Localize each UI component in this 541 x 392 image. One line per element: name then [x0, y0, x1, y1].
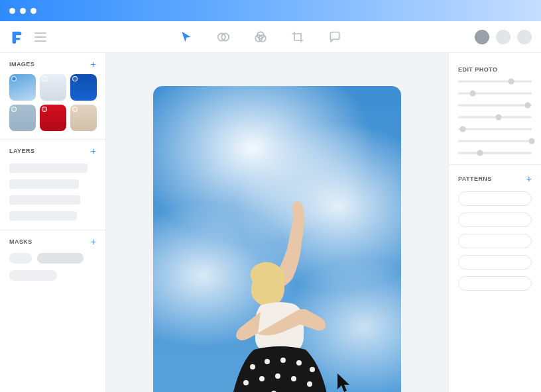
- svg-point-7: [265, 359, 270, 364]
- slider-handle[interactable]: [529, 138, 535, 144]
- slider-track: [458, 140, 532, 142]
- masks-title: MASKS: [9, 238, 32, 245]
- tool-icons-group: [46, 30, 475, 44]
- add-layer-button[interactable]: +: [91, 146, 96, 156]
- image-grid: [0, 74, 105, 139]
- slider-2[interactable]: [458, 91, 532, 95]
- slider-1[interactable]: [458, 79, 532, 83]
- add-pattern-button[interactable]: +: [526, 174, 532, 183]
- slider-handle[interactable]: [496, 115, 502, 121]
- thumb-2[interactable]: [40, 74, 66, 101]
- layer-item[interactable]: [9, 211, 77, 220]
- svg-point-12: [259, 376, 265, 381]
- main-photo[interactable]: [153, 86, 401, 392]
- slider-handle[interactable]: [525, 103, 531, 109]
- slider-track: [458, 152, 532, 154]
- svg-point-9: [296, 360, 302, 366]
- patterns-title: PATTERNS: [458, 175, 492, 182]
- layers-panel-head: LAYERS +: [0, 140, 105, 161]
- content-area: IMAGES + LAYERS +: [0, 53, 541, 392]
- thumb-6[interactable]: [70, 105, 97, 131]
- slider-6[interactable]: [458, 139, 532, 143]
- slider-track: [458, 93, 532, 95]
- select-indicator-icon: [72, 107, 78, 112]
- select-indicator-icon: [11, 76, 17, 81]
- window-dot-min[interactable]: [20, 8, 26, 14]
- slider-handle[interactable]: [470, 91, 476, 97]
- mask-item[interactable]: [9, 253, 32, 264]
- masks-panel-head: MASKS +: [0, 230, 105, 252]
- pattern-slot[interactable]: [458, 255, 532, 270]
- photo-subject: [194, 196, 360, 392]
- select-indicator-icon: [72, 76, 78, 81]
- layer-item[interactable]: [9, 179, 79, 189]
- slider-track: [458, 81, 532, 83]
- title-bar: [0, 0, 541, 21]
- slider-track: [458, 117, 532, 119]
- slider-track: [458, 105, 532, 107]
- thumb-1[interactable]: [9, 74, 36, 101]
- images-title: IMAGES: [9, 61, 34, 68]
- window-dot-max[interactable]: [30, 8, 36, 14]
- slider-5[interactable]: [458, 127, 532, 131]
- slider-7[interactable]: [458, 151, 532, 155]
- canvas-cursor-icon: [335, 372, 353, 392]
- slider-handle[interactable]: [508, 79, 514, 85]
- cursor-icon[interactable]: [179, 30, 194, 44]
- svg-point-8: [280, 358, 286, 363]
- patterns-list: [449, 190, 541, 291]
- avatar-group: [475, 30, 532, 44]
- edit-photo-title: EDIT PHOTO: [458, 66, 497, 73]
- svg-point-15: [307, 381, 312, 387]
- svg-point-6: [250, 364, 255, 369]
- svg-point-10: [310, 367, 315, 372]
- canvas-area[interactable]: [106, 53, 448, 392]
- select-indicator-icon: [42, 107, 47, 112]
- pattern-slot[interactable]: [458, 234, 532, 248]
- edit-panel-head: EDIT PHOTO: [449, 57, 541, 79]
- add-image-button[interactable]: +: [91, 60, 96, 69]
- svg-point-13: [275, 373, 280, 379]
- masks-row-2: [0, 269, 105, 286]
- top-toolbar: [0, 21, 541, 53]
- images-panel-head: IMAGES +: [0, 53, 105, 74]
- svg-point-14: [291, 376, 296, 381]
- avatar-1[interactable]: [475, 30, 489, 44]
- thumb-4[interactable]: [9, 105, 36, 131]
- mask-item[interactable]: [9, 270, 57, 281]
- pattern-slot[interactable]: [458, 213, 532, 227]
- slider-track: [458, 128, 532, 130]
- overlap-icon[interactable]: [253, 30, 268, 44]
- patterns-panel-head: PATTERNS +: [449, 165, 541, 190]
- select-indicator-icon: [42, 76, 47, 81]
- chat-icon[interactable]: [328, 30, 342, 44]
- sliders-group: [449, 79, 541, 164]
- left-sidebar: IMAGES + LAYERS +: [0, 53, 106, 392]
- masks-row-1: [0, 252, 105, 269]
- layers-title: LAYERS: [9, 148, 34, 154]
- slider-3[interactable]: [458, 103, 532, 107]
- app-window: IMAGES + LAYERS +: [0, 0, 541, 392]
- pattern-slot[interactable]: [458, 276, 532, 291]
- avatar-2[interactable]: [496, 30, 511, 44]
- avatar-3[interactable]: [517, 30, 532, 44]
- select-indicator-icon: [11, 107, 17, 112]
- blend-icon[interactable]: [216, 30, 231, 44]
- layers-list: [0, 161, 105, 230]
- layer-item[interactable]: [9, 164, 88, 173]
- right-sidebar: EDIT PHOTO PATTERNS +: [448, 53, 541, 392]
- thumb-3[interactable]: [70, 74, 97, 101]
- pattern-slot[interactable]: [458, 191, 532, 206]
- thumb-5[interactable]: [40, 105, 66, 131]
- slider-handle[interactable]: [459, 126, 465, 132]
- add-mask-button[interactable]: +: [91, 237, 96, 246]
- slider-4[interactable]: [458, 115, 532, 119]
- slider-handle[interactable]: [477, 150, 483, 156]
- window-dot-close[interactable]: [9, 8, 15, 14]
- layer-item[interactable]: [9, 195, 80, 205]
- menu-icon[interactable]: [34, 32, 46, 42]
- crop-icon[interactable]: [290, 30, 305, 44]
- app-logo-icon: [9, 30, 24, 44]
- mask-item[interactable]: [37, 253, 84, 264]
- svg-point-11: [243, 380, 249, 385]
